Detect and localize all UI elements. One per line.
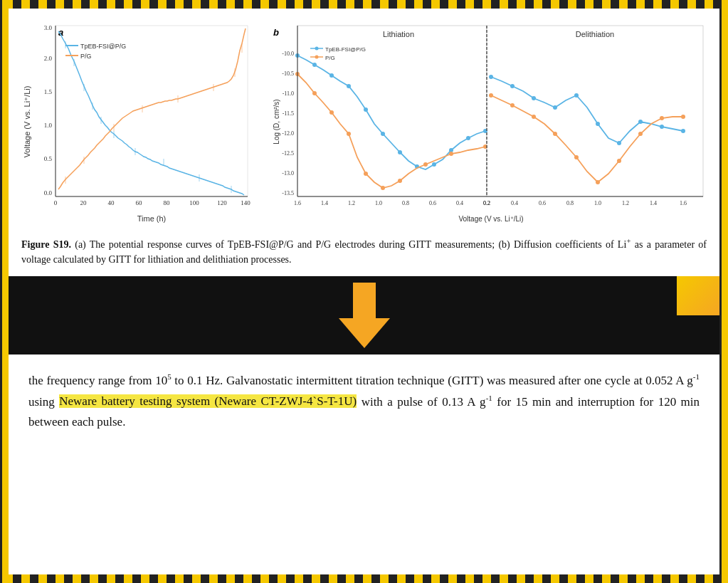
svg-text:2.0: 2.0 (44, 55, 53, 62)
svg-point-77 (364, 107, 368, 112)
svg-text:20: 20 (80, 199, 88, 206)
svg-text:Time (h): Time (h) (137, 214, 167, 223)
chart-b-container: b Log (D, cm²/s) -13.5 -13.0 -12.5 -12.0… (270, 19, 712, 228)
svg-text:1.2: 1.2 (348, 200, 355, 206)
svg-rect-45 (487, 26, 703, 196)
svg-text:TpEB-FSI@P/G: TpEB-FSI@P/G (80, 43, 126, 50)
svg-text:-12.5: -12.5 (282, 150, 294, 157)
svg-point-76 (347, 84, 351, 88)
bottom-section: the frequency range from 105 to 0.1 Hz. … (9, 354, 719, 574)
svg-text:Voltage (V vs. Li⁺/Li): Voltage (V vs. Li⁺/Li) (23, 86, 31, 158)
svg-text:1.6: 1.6 (294, 200, 301, 206)
svg-point-106 (596, 122, 600, 126)
chart-a-container: Voltage (V vs. Li⁺/Li) Time (h) 0.0 0.5 … (21, 19, 263, 228)
charts-row: Voltage (V vs. Li⁺/Li) Time (h) 0.0 0.5 … (21, 19, 707, 228)
svg-text:1.5: 1.5 (44, 88, 53, 95)
svg-text:Log (D, cm²/s): Log (D, cm²/s) (273, 99, 280, 144)
svg-text:0.8: 0.8 (566, 200, 574, 206)
svg-point-86 (312, 91, 317, 95)
svg-point-93 (449, 152, 453, 156)
svg-point-110 (681, 129, 685, 133)
svg-text:0.4: 0.4 (456, 200, 463, 206)
svg-point-81 (432, 162, 436, 167)
svg-text:P/G: P/G (325, 55, 335, 61)
inner-content: Voltage (V vs. Li⁺/Li) Time (h) 0.0 0.5 … (9, 9, 719, 574)
svg-text:100: 100 (189, 199, 199, 206)
svg-text:1.4: 1.4 (650, 200, 657, 206)
svg-text:P/G: P/G (80, 53, 92, 60)
svg-text:TpEB-FSI@P/G: TpEB-FSI@P/G (325, 46, 366, 53)
svg-text:80: 80 (164, 199, 171, 206)
svg-point-91 (398, 179, 402, 183)
highlight-neware: Neware battery testing system (Neware CT… (59, 394, 357, 408)
svg-point-75 (329, 73, 334, 78)
svg-point-112 (510, 103, 515, 107)
svg-point-120 (681, 115, 685, 119)
svg-text:Lithiation: Lithiation (383, 30, 414, 38)
svg-text:1.6: 1.6 (680, 200, 687, 206)
svg-point-96 (315, 47, 319, 51)
svg-point-115 (574, 155, 579, 159)
top-section: Voltage (V vs. Li⁺/Li) Time (h) 0.0 0.5 … (9, 9, 719, 276)
svg-point-104 (553, 105, 557, 110)
middle-section (9, 276, 719, 354)
svg-text:b: b (273, 27, 279, 38)
svg-point-108 (638, 120, 643, 124)
svg-text:1.4: 1.4 (321, 200, 328, 206)
body-paragraph: the frequency range from 105 to 0.1 Hz. … (28, 370, 700, 433)
svg-point-111 (489, 93, 493, 98)
svg-point-102 (510, 84, 515, 88)
svg-text:Delithiation: Delithiation (576, 30, 614, 38)
arrow-shaft (353, 283, 376, 318)
svg-point-74 (312, 63, 317, 67)
svg-point-79 (398, 150, 402, 154)
svg-text:Voltage (V vs. Li⁺/Li): Voltage (V vs. Li⁺/Li) (458, 215, 523, 223)
svg-text:-11.5: -11.5 (283, 110, 294, 117)
svg-text:-10.5: -10.5 (282, 70, 294, 77)
figure-number: Figure S19. (21, 239, 71, 250)
svg-text:40: 40 (108, 199, 115, 206)
svg-point-113 (532, 115, 536, 119)
svg-text:1.0: 1.0 (375, 200, 382, 206)
chart-b: b Log (D, cm²/s) -13.5 -13.0 -12.5 -12.0… (270, 19, 712, 225)
svg-text:140: 140 (241, 199, 250, 206)
svg-point-103 (532, 96, 536, 100)
svg-text:0.6: 0.6 (429, 200, 436, 206)
svg-point-109 (660, 125, 664, 129)
svg-point-90 (381, 186, 385, 190)
arrow-head (339, 318, 390, 348)
outer-border: Voltage (V vs. Li⁺/Li) Time (h) 0.0 0.5 … (0, 0, 728, 583)
svg-text:1.0: 1.0 (594, 200, 601, 206)
svg-text:1.2: 1.2 (622, 200, 629, 206)
svg-point-117 (617, 159, 621, 163)
svg-text:-13.5: -13.5 (282, 190, 294, 196)
svg-text:0.0: 0.0 (44, 189, 53, 196)
svg-text:0.4: 0.4 (511, 200, 518, 206)
svg-text:1.0: 1.0 (44, 122, 53, 129)
svg-text:0.5: 0.5 (44, 155, 53, 162)
svg-text:0.2: 0.2 (483, 200, 490, 206)
svg-point-78 (381, 132, 385, 136)
chart-a: Voltage (V vs. Li⁺/Li) Time (h) 0.0 0.5 … (21, 19, 263, 225)
svg-point-87 (329, 110, 334, 115)
svg-text:0.6: 0.6 (539, 200, 546, 206)
svg-text:-13.0: -13.0 (282, 170, 294, 177)
svg-point-99 (315, 56, 319, 59)
svg-point-118 (638, 132, 643, 136)
svg-text:3.0: 3.0 (44, 24, 53, 31)
svg-point-88 (347, 132, 351, 136)
svg-point-119 (660, 116, 664, 120)
svg-point-116 (596, 180, 600, 184)
gradient-box (677, 276, 719, 315)
down-arrow (339, 283, 390, 348)
figure-caption: Figure S19. (a) The potential response c… (21, 235, 707, 268)
svg-point-101 (489, 75, 493, 79)
svg-point-92 (423, 162, 428, 167)
svg-text:-12.0: -12.0 (282, 130, 294, 137)
svg-text:0: 0 (54, 199, 58, 206)
svg-text:60: 60 (136, 199, 143, 206)
caption-text-1: (a) The potential response curves of TpE… (21, 239, 707, 266)
svg-text:0.8: 0.8 (402, 200, 409, 206)
svg-point-114 (553, 132, 557, 136)
svg-point-107 (617, 141, 621, 145)
